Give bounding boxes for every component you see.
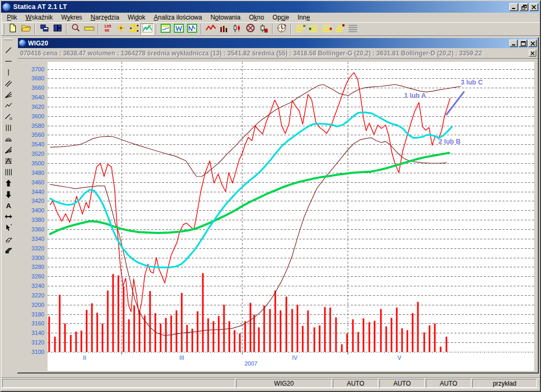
chart-window: WIG20 070416 cena : 3638.47 wolumen : 13… (17, 37, 539, 374)
svg-text:3640: 3640 (32, 94, 44, 100)
svg-text:3340: 3340 (32, 236, 44, 242)
open-button[interactable] (19, 23, 32, 35)
vertical-line-tool[interactable] (2, 67, 15, 78)
zigzag-icon (4, 101, 13, 110)
zigzag-tool[interactable] (2, 100, 15, 111)
list-darkred-button[interactable] (333, 23, 347, 35)
status-panel-auto[interactable]: AUTO (333, 379, 378, 388)
hline-icon (4, 57, 13, 66)
bar-chart-button[interactable] (217, 23, 230, 35)
status-panel-auto[interactable]: AUTO (426, 379, 471, 388)
status-panel-przykad[interactable]: przykład (472, 379, 537, 388)
fibonacci-retracement-tool[interactable] (2, 155, 15, 166)
zoom-button[interactable] (69, 23, 82, 35)
cascade-windows-button[interactable] (38, 23, 51, 35)
pointer-tool[interactable] (2, 222, 15, 233)
maximize-button[interactable] (519, 40, 527, 47)
crosshair-button[interactable] (114, 23, 127, 35)
svg-text:90: 90 (105, 28, 109, 33)
menu-notowania[interactable]: Notowania (206, 13, 245, 22)
candle-chart-button[interactable] (230, 23, 244, 35)
speed-lines-tool[interactable] (2, 122, 15, 133)
mdi-area: WIG20 070416 cena : 3638.47 wolumen : 13… (16, 36, 540, 377)
candle-vol-icon (259, 24, 268, 35)
menu-wykres[interactable]: Wykres (57, 13, 87, 22)
eraser-tool[interactable] (2, 233, 15, 244)
menu-wskanik[interactable]: Wskaźnik (21, 13, 57, 22)
close-button[interactable] (529, 3, 538, 11)
indicator-w-button[interactable] (172, 23, 185, 35)
menu-narzdzia[interactable]: Narzędzia (87, 13, 124, 22)
chart-svg[interactable]: 3100312031403160318032003220324032603280… (18, 59, 538, 374)
palette-handle[interactable] (4, 39, 13, 40)
chart-area[interactable]: 3100312031403160318032003220324032603280… (18, 59, 538, 372)
y-axis-labels: 3100312031403160318032003220324032603280… (32, 66, 44, 356)
bars-chart-icon (219, 24, 229, 35)
minimize-button[interactable] (509, 40, 518, 47)
trend-line-tool[interactable] (2, 44, 15, 55)
h-arrow-icon (4, 212, 13, 221)
list-green-button[interactable] (307, 23, 320, 35)
svg-text:3460: 3460 (32, 179, 44, 185)
numbers-icon: 13590 (103, 23, 113, 35)
close-button[interactable] (528, 40, 537, 47)
text-tool[interactable]: A (2, 200, 15, 211)
menu-okno[interactable]: Okno (245, 13, 268, 22)
menu-widok[interactable]: Widok (124, 13, 150, 22)
info-bar-close-button[interactable] (529, 50, 536, 57)
erase-all-tool[interactable] (2, 244, 15, 255)
gann-line-tool[interactable]: G (2, 111, 15, 122)
candle-volume-button[interactable] (257, 23, 270, 35)
line-chart-button[interactable] (204, 23, 217, 35)
svg-text:3560: 3560 (32, 132, 44, 138)
minimize-button[interactable] (509, 3, 518, 11)
status-panel-auto[interactable]: AUTO (379, 379, 425, 388)
time-zones-tool[interactable] (2, 166, 15, 178)
trend-fan-tool[interactable] (2, 89, 15, 100)
indicator-n-button[interactable] (185, 23, 199, 35)
menu-analizailociowa[interactable]: Analiza ilościowa (150, 13, 206, 22)
svg-text:3260: 3260 (32, 273, 44, 279)
title-bar[interactable]: Statica AT 2.1 LT (1, 1, 540, 13)
tile-windows-button[interactable] (51, 23, 64, 35)
window-title: Statica AT 2.1 LT (13, 3, 509, 11)
fibo-retr-icon (4, 157, 13, 165)
toolbar-separator (156, 24, 157, 34)
menu-inne[interactable]: Inne (293, 13, 314, 22)
open-folder-icon (21, 23, 31, 35)
chart-view-button[interactable] (141, 23, 154, 35)
new-chart-button[interactable] (6, 23, 19, 35)
svg-text:3500: 3500 (32, 160, 44, 166)
arrow-down-tool[interactable] (2, 189, 15, 200)
list-olive-button[interactable] (294, 23, 307, 35)
arcs-tool[interactable] (2, 133, 15, 144)
svg-text:2 lub B: 2 lub B (439, 138, 461, 145)
refresh-quotes-button[interactable] (275, 23, 288, 35)
drawing-tool-palette: GFA (1, 36, 16, 377)
parallel-lines-tool[interactable] (2, 78, 15, 89)
chart-window-title-bar[interactable]: WIG20 (18, 38, 538, 48)
measure-button[interactable] (82, 23, 96, 35)
levels-button[interactable] (127, 23, 141, 35)
eraser-icon (4, 235, 13, 243)
svg-text:3620: 3620 (32, 104, 44, 110)
arrow-up-tool[interactable] (2, 178, 15, 189)
svg-text:3160: 3160 (32, 320, 44, 326)
list-gray-button[interactable] (347, 23, 360, 35)
no-overlay-button[interactable] (244, 23, 257, 35)
pointer-icon (4, 223, 13, 232)
toolbar-separator (66, 24, 67, 34)
menu-opcje[interactable]: Opcje (268, 13, 293, 22)
menu-plik[interactable]: Plik (3, 13, 21, 22)
restore-button[interactable] (519, 3, 528, 11)
status-panel-wig20: WIG20 (236, 379, 332, 388)
toolbar-grip[interactable] (3, 24, 4, 34)
fibonacci-fan-tool[interactable]: F (2, 144, 15, 155)
horizontal-line-tool[interactable] (2, 55, 15, 67)
expand-horizontal-tool[interactable] (2, 211, 15, 222)
hbars-icon (129, 24, 139, 34)
values-button[interactable]: 13590 (101, 23, 114, 35)
indicator-window-button[interactable] (159, 23, 172, 35)
new-doc-icon (8, 23, 17, 35)
list-red-button[interactable] (320, 23, 333, 35)
